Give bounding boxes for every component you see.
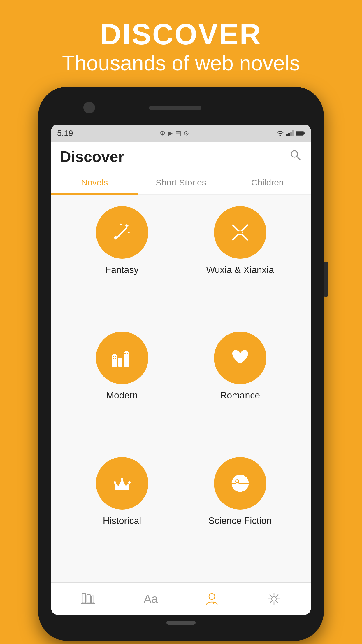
svg-line-9 xyxy=(297,156,300,160)
romance-icon xyxy=(227,345,253,371)
phone-side-button-right xyxy=(324,262,328,297)
genre-label-scifi: Science Fiction xyxy=(208,515,272,526)
svg-rect-24 xyxy=(115,356,116,357)
svg-rect-6 xyxy=(303,132,305,134)
svg-point-30 xyxy=(121,478,123,480)
signal-icon xyxy=(286,130,294,136)
profile-icon xyxy=(204,591,219,606)
svg-point-44 xyxy=(272,596,276,601)
phone-camera xyxy=(83,102,95,113)
svg-rect-4 xyxy=(292,130,294,136)
sd-status-icon: ▤ xyxy=(175,130,181,137)
svg-rect-1 xyxy=(286,134,288,136)
genre-circle-fantasy: ✦ ✦ ✦ xyxy=(96,206,148,259)
svg-text:Aa: Aa xyxy=(144,592,158,605)
search-button[interactable] xyxy=(289,149,302,164)
status-right-icons xyxy=(276,130,305,136)
svg-point-0 xyxy=(280,135,281,136)
svg-text:✦: ✦ xyxy=(124,222,129,230)
genre-grid: ✦ ✦ ✦ Fantasy xyxy=(51,195,311,582)
wuxia-icon xyxy=(227,219,253,246)
svg-text:✦: ✦ xyxy=(119,222,123,227)
genre-circle-modern xyxy=(96,332,148,384)
battery-icon xyxy=(296,131,305,136)
nav-item-bookshelf[interactable] xyxy=(80,591,96,606)
svg-rect-27 xyxy=(124,353,126,354)
phone-screen: 5:19 ⚙ ▶ ▤ ⊘ xyxy=(51,125,311,615)
svg-rect-2 xyxy=(288,133,290,136)
nav-item-settings[interactable] xyxy=(266,591,282,606)
fantasy-icon: ✦ ✦ ✦ xyxy=(109,219,135,246)
genre-item-fantasy[interactable]: ✦ ✦ ✦ Fantasy xyxy=(69,206,175,320)
bookshelf-icon xyxy=(80,591,96,606)
genre-circle-romance xyxy=(214,332,266,384)
svg-rect-39 xyxy=(87,595,90,603)
genre-label-wuxia: Wuxia & Xianxia xyxy=(206,265,274,275)
svg-rect-23 xyxy=(113,356,114,357)
nav-item-discover[interactable]: Aa xyxy=(143,591,158,606)
hero-subtitle: Thousands of web novels xyxy=(0,51,362,75)
phone-home-indicator xyxy=(166,621,196,625)
svg-rect-22 xyxy=(125,351,128,352)
svg-point-37 xyxy=(236,480,238,482)
genre-item-historical[interactable]: Historical xyxy=(69,457,175,571)
tab-children[interactable]: Children xyxy=(224,172,311,195)
block-status-icon: ⊘ xyxy=(184,130,189,137)
genre-circle-wuxia xyxy=(214,206,266,259)
svg-point-31 xyxy=(114,481,116,484)
svg-point-43 xyxy=(209,594,215,599)
play-status-icon: ▶ xyxy=(168,130,173,137)
phone-wrapper: 5:19 ⚙ ▶ ▤ ⊘ xyxy=(0,87,362,641)
app-header: Discover xyxy=(51,142,311,171)
svg-point-32 xyxy=(128,481,131,484)
bottom-nav: Aa xyxy=(51,582,311,615)
svg-rect-41 xyxy=(92,596,94,603)
phone-speaker xyxy=(149,106,201,110)
svg-rect-21 xyxy=(124,352,129,367)
nav-item-profile[interactable] xyxy=(204,591,219,606)
svg-rect-28 xyxy=(127,353,128,354)
svg-point-17 xyxy=(238,230,242,235)
svg-rect-3 xyxy=(290,132,292,136)
genre-item-wuxia[interactable]: Wuxia & Xianxia xyxy=(187,206,293,320)
status-bar: 5:19 ⚙ ▶ ▤ ⊘ xyxy=(51,125,311,142)
genre-circle-historical xyxy=(96,457,148,510)
hero-title: DISCOVER xyxy=(0,18,362,51)
svg-line-10 xyxy=(116,228,126,238)
svg-rect-18 xyxy=(112,355,117,367)
phone-frame: 5:19 ⚙ ▶ ▤ ⊘ xyxy=(38,87,324,641)
svg-rect-25 xyxy=(113,358,114,359)
tab-short-stories[interactable]: Short Stories xyxy=(138,172,224,195)
genre-circle-scifi xyxy=(214,457,266,510)
svg-rect-38 xyxy=(82,594,86,603)
genre-item-romance[interactable]: Romance xyxy=(187,332,293,445)
genre-label-modern: Modern xyxy=(106,390,138,401)
settings-nav-icon xyxy=(266,591,282,606)
genre-label-fantasy: Fantasy xyxy=(106,265,139,275)
svg-rect-29 xyxy=(115,488,129,490)
tabs-bar: Novels Short Stories Children xyxy=(51,171,311,195)
modern-icon xyxy=(109,345,135,371)
genre-label-historical: Historical xyxy=(103,515,141,526)
svg-rect-19 xyxy=(113,354,116,355)
settings-status-icon: ⚙ xyxy=(160,130,166,137)
svg-rect-26 xyxy=(115,358,116,359)
discover-nav-icon: Aa xyxy=(143,591,158,606)
genre-item-scifi[interactable]: Science Fiction xyxy=(187,457,293,571)
svg-rect-7 xyxy=(296,132,303,135)
historical-icon xyxy=(109,470,135,496)
scifi-icon xyxy=(227,470,253,496)
svg-text:✦: ✦ xyxy=(127,230,131,235)
svg-rect-20 xyxy=(118,358,122,367)
genre-item-modern[interactable]: Modern xyxy=(69,332,175,445)
wifi-icon xyxy=(276,130,284,136)
genre-label-romance: Romance xyxy=(220,390,260,401)
hero-section: DISCOVER Thousands of web novels xyxy=(0,0,362,81)
status-center-icons: ⚙ ▶ ▤ ⊘ xyxy=(160,130,189,137)
app-title: Discover xyxy=(60,148,124,165)
tab-novels[interactable]: Novels xyxy=(51,172,138,195)
status-time: 5:19 xyxy=(57,129,73,138)
